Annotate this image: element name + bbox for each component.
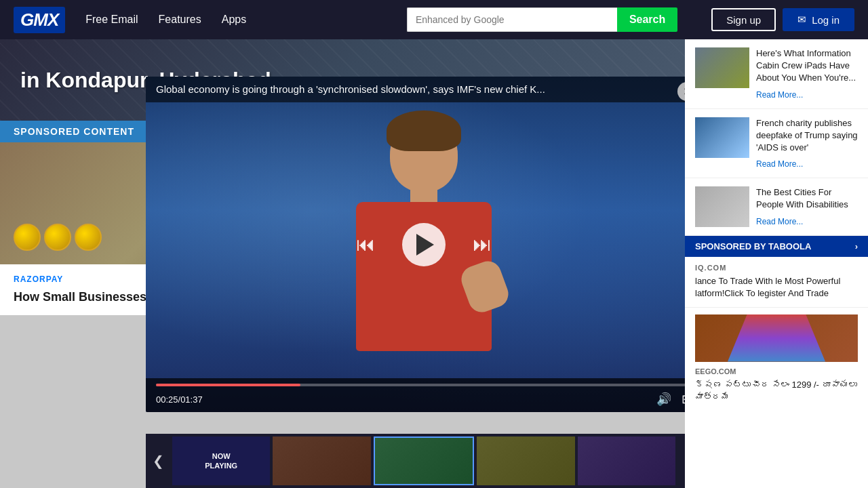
- thumb-item-4[interactable]: [477, 436, 574, 485]
- tel-ad-text[interactable]: క్షణ పట్టు చీర సేలం 1299 /- రూపాయలు మాత్…: [695, 379, 858, 403]
- strip-prev-button[interactable]: ❮: [146, 453, 171, 469]
- skip-back-button[interactable]: ⏮: [356, 233, 375, 256]
- article-title-3[interactable]: The Best Cities For People With Disabili…: [756, 186, 858, 211]
- volume-icon[interactable]: 🔊: [656, 392, 671, 407]
- nav-links: Free Email Features Apps: [85, 14, 387, 26]
- sponsored-label: SPONSORED BY TABOOLA: [695, 241, 811, 251]
- person-hand: [458, 258, 512, 316]
- article-title-1[interactable]: Here's What Information Cabin Crew iPads…: [756, 47, 858, 85]
- email-icon: ✉: [797, 14, 806, 26]
- video-title: Global economy is going through a 'synch…: [156, 83, 545, 95]
- main-content: in Kondapur, Hyderabad SPONSORED CONTENT…: [0, 39, 868, 488]
- video-title-bar: Global economy is going through a 'synch…: [146, 77, 685, 102]
- strip-next-button[interactable]: ❯: [677, 453, 685, 469]
- article-2: French charity publishes deepfake of Tru…: [685, 109, 868, 179]
- tel-ad-brand: EEGO.COM: [695, 367, 858, 375]
- nav-free-email[interactable]: Free Email: [85, 14, 138, 26]
- thumb-item-2[interactable]: [273, 436, 370, 485]
- auth-buttons: Sign up ✉ Log in: [711, 8, 854, 31]
- article-title-2[interactable]: French charity publishes deepfake of Tru…: [756, 117, 858, 155]
- play-triangle-icon: [416, 234, 434, 256]
- article-thumb-1: [695, 47, 749, 88]
- time-display: 00:25/01:37: [156, 394, 203, 405]
- search-input[interactable]: [407, 7, 617, 32]
- thumb-item-1[interactable]: NOWPLAYING: [172, 436, 270, 485]
- thumb-item-3[interactable]: [374, 436, 474, 485]
- article-text-3: The Best Cities For People With Disabili…: [756, 186, 858, 226]
- video-controls: 00:25/01:37 🔊 ⊞: [146, 378, 685, 412]
- ad-text-1[interactable]: lance To Trade With le Most Powerful lat…: [695, 275, 858, 300]
- coins-visual: [14, 224, 102, 251]
- left-area: in Kondapur, Hyderabad SPONSORED CONTENT…: [0, 39, 685, 488]
- coin-1: [14, 224, 41, 251]
- right-sidebar: Here's What Information Cabin Crew iPads…: [685, 39, 868, 488]
- thumb-item-5[interactable]: [578, 436, 675, 485]
- sponsored-ad-1: IQ.COM lance To Trade With le Most Power…: [685, 257, 868, 307]
- header: GMX Free Email Features Apps Search Sign…: [0, 0, 868, 39]
- article-thumb-2: [695, 117, 749, 158]
- coin-2: [44, 224, 71, 251]
- skip-forward-button[interactable]: ⏭: [473, 233, 492, 256]
- play-controls-center: ⏮ ⏭: [356, 223, 492, 266]
- person-head: [390, 117, 458, 192]
- coin-3: [75, 224, 102, 251]
- search-area: Search: [407, 7, 677, 32]
- person-hair: [387, 110, 461, 151]
- logo[interactable]: GMX: [14, 7, 65, 33]
- person-neck: [410, 188, 437, 202]
- play-button[interactable]: [402, 223, 446, 266]
- search-button[interactable]: Search: [617, 7, 677, 32]
- video-overlay: ✕ Global economy is going through a 'syn…: [146, 77, 685, 412]
- article-thumb-3: [695, 186, 749, 227]
- article-text-2: French charity publishes deepfake of Tru…: [756, 117, 858, 170]
- now-playing-label: NOWPLAYING: [205, 451, 237, 471]
- progress-fill: [156, 384, 300, 386]
- controls-row: 00:25/01:37 🔊 ⊞: [156, 392, 685, 407]
- tel-ad-thumb: [695, 314, 858, 362]
- article-1: Here's What Information Cabin Crew iPads…: [685, 39, 868, 109]
- nav-features[interactable]: Features: [159, 14, 201, 26]
- signup-button[interactable]: Sign up: [711, 8, 776, 31]
- read-more-3[interactable]: Read More...: [756, 217, 803, 226]
- nav-apps[interactable]: Apps: [222, 14, 246, 26]
- article-text-1: Here's What Information Cabin Crew iPads…: [756, 47, 858, 100]
- article-3: The Best Cities For People With Disabili…: [685, 178, 868, 236]
- read-more-2[interactable]: Read More...: [756, 159, 803, 169]
- sponsored-ad-2: EEGO.COM క్షణ పట్టు చీర సేలం 1299 /- రూప…: [685, 308, 868, 410]
- saree-visual: [728, 314, 825, 362]
- thumbnail-strip: ❮ NOWPLAYING ❯: [146, 434, 685, 488]
- sponsored-arrow-icon[interactable]: ›: [855, 241, 858, 251]
- progress-bar[interactable]: [156, 384, 685, 386]
- login-button[interactable]: ✉ Log in: [783, 8, 854, 31]
- fullscreen-icon[interactable]: ⊞: [682, 392, 685, 407]
- control-icons: 🔊 ⊞: [656, 392, 685, 407]
- sidebar-sponsored-bar: SPONSORED BY TABOOLA ›: [685, 236, 868, 257]
- ad-brand-1: IQ.COM: [695, 264, 858, 272]
- read-more-1[interactable]: Read More...: [756, 90, 803, 100]
